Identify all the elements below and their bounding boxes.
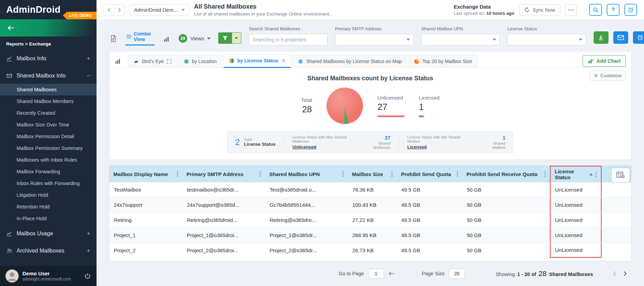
sidebar-group-mailbox-info[interactable]: Mailbox Info + — [0, 51, 97, 67]
next-page-button[interactable] — [624, 271, 627, 276]
sign-out-button[interactable] — [84, 273, 91, 279]
combo-view-button[interactable]: Combo View — [125, 31, 154, 45]
sidebar-item-shared-mailboxes[interactable]: Shared Mailboxes — [0, 84, 97, 95]
sidebar-item-mailbox-size-over-time[interactable]: Mailbox Size Over Time — [0, 119, 97, 131]
sidebar-item-shared-mailbox-members[interactable]: Shared Mailbox Members — [0, 95, 97, 107]
tenant-selector[interactable]: AdminDroid Dem... — [130, 4, 189, 16]
sort-ascending-icon[interactable] — [590, 173, 593, 175]
column-header-mailbox-display-name[interactable]: Mailbox Display Name — [109, 166, 182, 182]
cell-mailbox-display-name: 24x7support — [109, 197, 182, 212]
views-count-badge: 29 — [179, 34, 187, 43]
sidebar-group-shared-mailbox-info[interactable]: Shared Mailbox Info − — [0, 68, 97, 84]
sidebar-item-mailbox-permission-detail[interactable]: Mailbox Permission Detail — [0, 131, 97, 142]
search-input[interactable] — [249, 34, 328, 45]
alarm-icon — [628, 7, 634, 13]
sidebar-item-retention-hold[interactable]: Retention Hold — [0, 201, 97, 213]
summary-min-value: 1 — [479, 135, 505, 141]
column-header-license-status[interactable]: License Status — [550, 166, 602, 182]
email-button[interactable] — [613, 31, 628, 44]
sidebar-item-in-place-hold[interactable]: In-Place Hold — [0, 213, 97, 224]
sidebar-group-mailbox-usage[interactable]: Mailbox Usage + — [0, 226, 97, 242]
table-row[interactable]: 24x7support 24x7support@o365d... Gc7b4b5… — [109, 197, 631, 213]
chart-view-button[interactable] — [162, 37, 171, 45]
collapse-minus-icon[interactable]: − — [87, 72, 90, 80]
divider — [399, 136, 399, 149]
tab-license-status-map[interactable]: Shared Mailboxes by License Status on Ma… — [292, 55, 407, 68]
alerts-button[interactable] — [624, 4, 637, 16]
expand-plus-icon[interactable]: + — [87, 230, 90, 237]
column-header-mailbox-size[interactable]: Mailbox Size — [348, 166, 397, 182]
summary-min-unit: Shared Mailbox — [479, 141, 505, 150]
column-menu-icon[interactable] — [454, 171, 458, 177]
column-menu-icon[interactable] — [593, 172, 597, 177]
goto-page-input[interactable] — [368, 269, 384, 278]
licensed-color-swatch — [419, 115, 424, 117]
sync-now-button[interactable]: Sync Now — [519, 4, 560, 16]
tab-label: by License Status — [237, 58, 278, 63]
filter-button[interactable] — [218, 32, 232, 44]
primary-smtp-select[interactable] — [335, 34, 414, 45]
license-status-select[interactable] — [507, 34, 586, 45]
pie-chart[interactable] — [326, 88, 363, 124]
chart-tabs: Bird's Eye by Location by License Status… — [109, 51, 631, 68]
charts-list-icon[interactable] — [115, 59, 121, 64]
table-view-button[interactable] — [109, 35, 118, 45]
filter-menu-button[interactable] — [232, 32, 241, 44]
column-header-shared-mailbox-upn[interactable]: Shared Mailbox UPN — [265, 166, 348, 182]
column-header-prohibit-send-receive-quota[interactable]: Prohibit Send Receive Quota — [462, 166, 550, 182]
sidebar-item-litigation-hold[interactable]: Litigation Hold — [0, 189, 97, 201]
column-settings-button[interactable] — [611, 168, 630, 182]
tab-birds-eye[interactable]: Bird's Eye — [128, 55, 177, 68]
shared-upn-select[interactable] — [421, 34, 500, 45]
sidebar-item-inbox-rules-with-forwarding[interactable]: Inbox Rules with Forwarding — [0, 177, 97, 189]
tab-top-20-mailbox-size[interactable]: Top 20 by Mailbox Size — [409, 55, 477, 68]
column-menu-icon[interactable] — [389, 171, 393, 177]
tab-by-location[interactable]: by Location — [178, 55, 222, 68]
customize-button[interactable]: Customize — [590, 71, 626, 81]
more-options-button[interactable] — [565, 4, 577, 16]
expand-plus-icon[interactable]: + — [87, 247, 90, 255]
cell-primary-smtp: 24x7support@o365d... — [182, 197, 265, 212]
sidebar-item-mailboxes-with-inbox-rules[interactable]: Mailboxes with Inbox Rules — [0, 154, 97, 166]
schedule-button[interactable] — [633, 31, 644, 44]
table-row[interactable]: Retiring Retiring@o365droid... Retiring@… — [109, 213, 631, 228]
back-button[interactable] — [5, 22, 17, 34]
nav-forward-button[interactable] — [114, 4, 124, 16]
page-subtitle: List of all shared mailboxes in your Exc… — [194, 11, 330, 17]
sidebar-group-archived-mailboxes[interactable]: Archived Mailboxes + — [0, 243, 97, 259]
table-row[interactable]: Project_2 Project_2@o365droi... Project_… — [109, 243, 631, 258]
sidebar-item-mailbox-forwarding[interactable]: Mailbox Forwarding — [0, 166, 97, 177]
add-chart-button[interactable]: Add Chart — [583, 55, 626, 67]
column-menu-icon[interactable] — [257, 171, 261, 177]
summary-max-left: License Status with Max Shared Mailboxes… — [292, 135, 358, 150]
column-header-prohibit-send-quota[interactable]: Prohibit Send Quota — [397, 166, 462, 182]
column-menu-icon[interactable] — [542, 171, 546, 177]
previous-page-button[interactable] — [613, 271, 616, 276]
last-synced-time: 10 hours ago — [486, 11, 514, 16]
views-dropdown[interactable]: 29 Views — [179, 34, 211, 45]
unlicensed-color-swatch — [378, 115, 404, 117]
download-button[interactable] — [594, 31, 608, 44]
tab-by-license-status[interactable]: by License Status — [223, 54, 291, 68]
sidebar-item-mailbox-permission-summary[interactable]: Mailbox Permission Summary — [0, 142, 97, 154]
close-tab-icon[interactable] — [282, 59, 285, 62]
goto-page-button[interactable] — [389, 272, 394, 276]
column-menu-icon[interactable] — [340, 171, 344, 177]
cell-primary-smtp: Project_1@o365droi... — [182, 228, 265, 243]
column-header-primary-smtp-address[interactable]: Primary SMTP Address — [182, 166, 265, 182]
table-row[interactable]: Project_1 Project_1@o365droi... Project_… — [109, 228, 631, 243]
expand-plus-icon[interactable]: + — [87, 55, 90, 62]
cell-send-receive-quota: 50 GB — [462, 243, 550, 258]
table-row[interactable]: TestMailbox testmailbox@o365dr... Test@o… — [109, 182, 631, 197]
global-search-button[interactable] — [589, 4, 602, 16]
summary-max-name[interactable]: Unlicensed — [292, 144, 358, 150]
column-label: Mailbox Size — [352, 171, 383, 177]
combo-view-icon — [127, 34, 131, 39]
help-button[interactable]: ? — [607, 4, 620, 16]
sidebar-item-recently-created[interactable]: Recently Created — [0, 107, 97, 119]
summary-min-name[interactable]: Licensed — [407, 144, 474, 150]
app-logo: AdminDroid — [6, 4, 61, 15]
page-size-input[interactable] — [449, 269, 465, 278]
nav-back-button[interactable] — [104, 4, 114, 16]
column-menu-icon[interactable] — [174, 171, 178, 177]
